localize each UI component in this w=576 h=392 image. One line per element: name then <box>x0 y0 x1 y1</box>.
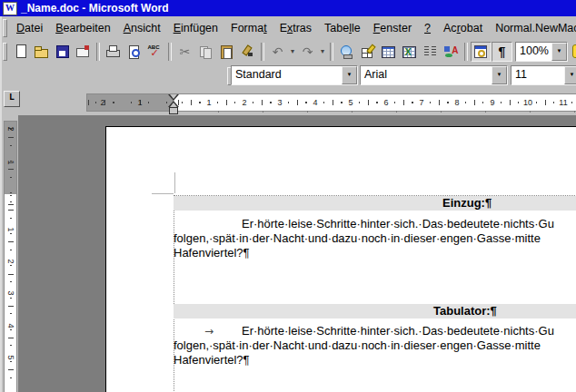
drawing-button[interactable]: A <box>441 42 462 62</box>
format-painter-button[interactable] <box>237 42 258 62</box>
menu-einfuegen[interactable]: Einfügen <box>167 22 224 34</box>
ruler-ticks <box>10 122 12 195</box>
chevron-down-icon: ▾ <box>321 47 324 55</box>
ruler-ticks <box>174 102 576 103</box>
document-map-icon <box>473 44 490 59</box>
menu-extras[interactable]: Extras <box>273 22 318 34</box>
font-size-value: 11 <box>511 66 564 84</box>
heading-shading-einzug[interactable] <box>174 196 576 211</box>
heading-einzug[interactable]: Einzug:¶ <box>442 196 492 211</box>
ruler-row: L 2 1 1 2 3 4 5 6 7 8 9 10 11 <box>0 87 576 115</box>
h-ruler-text-region[interactable]: 1 2 3 4 5 6 7 8 9 10 11 <box>174 93 576 112</box>
cut-scissors-icon: ✂ <box>180 45 191 58</box>
menu-bearbeiten[interactable]: Bearbeiten <box>49 22 116 34</box>
style-combo[interactable]: Standard ▼ <box>231 65 358 85</box>
menu-bar: Datei Bearbeiten Ansicht Einfügen Format… <box>0 16 576 40</box>
hyperlink-globe-icon <box>339 44 355 59</box>
margin-crop-mark <box>174 172 175 193</box>
insert-hyperlink-button[interactable] <box>336 42 357 62</box>
cut-button[interactable]: ✂ <box>174 42 195 62</box>
help-button[interactable]: ? <box>570 42 576 62</box>
spelling-button[interactable]: ABC ✓ <box>144 42 165 62</box>
menu-hilfe[interactable]: ? <box>418 22 437 34</box>
paragraph-line[interactable]: folgen,·spät·in·der·Nacht·und·dazu·noch·… <box>174 231 541 246</box>
default-tab-stops <box>218 111 575 113</box>
menu-tabelle[interactable]: Tabelle <box>318 22 367 34</box>
menu-datei[interactable]: Datei <box>10 22 49 34</box>
zoom-combo[interactable]: 100% ▼ <box>515 42 568 62</box>
email-button[interactable] <box>73 42 94 62</box>
ruler-number: 2 <box>6 259 15 263</box>
word-app-icon[interactable]: W <box>3 2 17 15</box>
window-title: _Name.doc - Microsoft Word <box>21 0 168 16</box>
insert-table-button[interactable] <box>378 42 399 62</box>
redo-button[interactable]: ↷ <box>297 42 318 62</box>
menu-ansicht[interactable]: Ansicht <box>117 22 167 34</box>
ruler-number: 4 <box>6 323 15 328</box>
ruler-number: 9 <box>490 98 494 107</box>
chevron-down-icon: ▾ <box>291 47 294 55</box>
show-paragraph-marks-button[interactable]: ¶ <box>492 42 512 62</box>
menu-fenster[interactable]: Fenster <box>367 22 418 34</box>
style-value: Standard <box>232 66 342 84</box>
paragraph-line[interactable]: Er·hörte·leise·Schritte·hinter·sich.·Das… <box>242 324 554 338</box>
ruler-number: 2 <box>6 126 15 131</box>
menu-format[interactable]: Format <box>224 22 273 34</box>
open-folder-icon <box>34 44 50 59</box>
spelling-icon: ABC ✓ <box>147 44 164 59</box>
toolbar-separator <box>168 43 172 61</box>
print-button[interactable] <box>103 42 124 62</box>
first-line-indent-fill <box>170 94 177 99</box>
copy-button[interactable] <box>195 42 216 62</box>
chevron-down-icon[interactable]: ▼ <box>551 43 567 61</box>
ruler-number: 2 <box>242 98 246 107</box>
ruler-number: 8 <box>454 98 459 107</box>
save-button[interactable] <box>52 42 73 62</box>
ruler-number: 5 <box>348 98 353 107</box>
print-preview-icon <box>126 44 143 59</box>
font-combo[interactable]: Arial ▼ <box>360 65 508 85</box>
heading-tabulator[interactable]: Tabulator:¶ <box>433 304 497 318</box>
left-indent-box[interactable] <box>169 107 178 114</box>
paragraph-line[interactable]: folgen,·spät·in·der·Nacht·und·dazu·noch·… <box>174 338 541 353</box>
standard-toolbar: ABC ✓ ✂ ↶ ▾ ↷ ▾ X A ¶ 100% ▼ ? <box>0 39 576 64</box>
new-document-button[interactable] <box>10 42 31 62</box>
undo-button[interactable]: ↶ <box>267 42 288 62</box>
open-button[interactable] <box>31 42 52 62</box>
ruler-number: 1 <box>6 227 15 231</box>
ruler-number: 10 <box>523 98 532 107</box>
tab-selector-button[interactable]: L <box>4 91 20 107</box>
print-preview-button[interactable] <box>124 42 144 62</box>
document-map-button[interactable] <box>471 42 492 62</box>
paragraph-line[interactable]: Hafenviertel?¶ <box>174 246 250 260</box>
chevron-down-icon[interactable]: ▼ <box>492 66 507 84</box>
menu-acrobat[interactable]: Acrobat <box>437 22 489 34</box>
font-value: Arial <box>361 66 492 84</box>
document-page[interactable]: Einzug:¶ Er·hörte·leise·Schritte·hinter·… <box>105 126 576 392</box>
ruler-number: 1 <box>137 98 142 107</box>
menu-bar-grip[interactable] <box>3 19 7 37</box>
standard-toolbar-grip[interactable] <box>3 43 7 61</box>
title-bar[interactable]: W _Name.doc - Microsoft Word <box>0 0 576 16</box>
chevron-down-icon[interactable]: ▼ <box>564 66 576 84</box>
redo-dropdown[interactable]: ▾ <box>318 47 327 55</box>
insert-excel-button[interactable]: X <box>399 42 420 62</box>
font-size-combo[interactable]: 11 ▼ <box>511 65 576 85</box>
paragraph-line[interactable]: Hafenviertel?¶ <box>174 353 250 368</box>
undo-dropdown[interactable]: ▾ <box>288 47 297 55</box>
copy-icon <box>198 44 214 59</box>
v-ruler-margin-region: 2 1 <box>4 121 17 196</box>
tables-and-borders-button[interactable] <box>357 42 378 62</box>
paste-button[interactable] <box>216 42 237 62</box>
chevron-down-icon[interactable]: ▼ <box>342 66 357 84</box>
paragraph-line[interactable]: Er·hörte·leise·Schritte·hinter·sich.·Das… <box>242 217 554 231</box>
ruler-number: 4 <box>313 98 317 107</box>
v-ruler-text-region[interactable]: 1 2 3 4 5 <box>4 194 17 392</box>
heading-shading-tabulator[interactable] <box>174 304 576 318</box>
columns-button[interactable] <box>420 42 441 62</box>
new-document-icon <box>13 44 29 59</box>
redo-arrow-icon: ↷ <box>303 45 313 58</box>
menu-macro[interactable]: Normal.NewMacros.auf5 <box>489 22 576 34</box>
drawing-icon: A <box>443 44 460 59</box>
formatting-toolbar: Standard ▼ Arial ▼ 11 ▼ <box>0 64 576 88</box>
